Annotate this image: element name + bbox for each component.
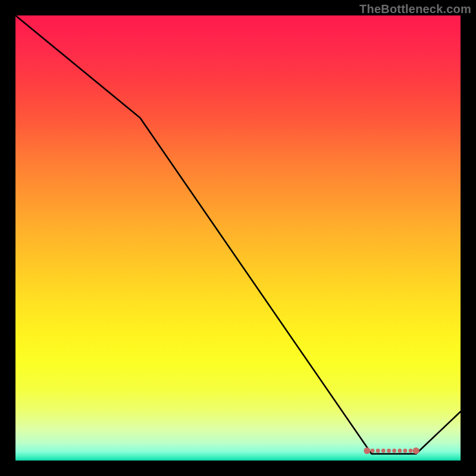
svg-point-8: [409, 449, 413, 453]
svg-point-1: [371, 449, 375, 453]
svg-point-0: [364, 447, 370, 454]
svg-point-4: [387, 449, 391, 453]
svg-point-2: [376, 449, 380, 453]
svg-point-7: [403, 449, 408, 453]
svg-point-9: [413, 447, 419, 454]
svg-point-5: [392, 449, 396, 453]
svg-point-3: [381, 449, 386, 453]
bottleneck-line: [15, 15, 461, 454]
watermark-label: TheBottleneck.com: [359, 2, 471, 16]
svg-point-6: [397, 449, 402, 453]
chart-overlay: [0, 0, 476, 476]
chart-container: TheBottleneck.com: [0, 0, 476, 476]
optimal-marker: [364, 447, 419, 454]
